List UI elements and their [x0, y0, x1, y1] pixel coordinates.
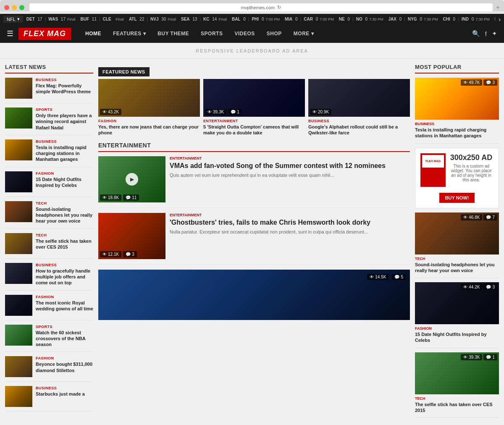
sidebar-cat-3: FASHION — [36, 171, 93, 176]
score-10: DEN 0|HOU 08:00 — [495, 17, 496, 21]
featured-news-label: FEATURED NEWS — [98, 67, 150, 76]
ent-article-img-0[interactable]: 👁 18.8K 💬 11 ▶ — [98, 156, 165, 202]
ticker-next-icon[interactable]: › — [499, 16, 501, 23]
popular-stats-0: 👁 49.7K 💬 3 — [461, 79, 497, 86]
ent-views-1: 👁 12.1K — [100, 251, 121, 257]
minimize-button[interactable] — [12, 5, 17, 10]
list-item[interactable]: SPORTS Watch the 60 sickest crossovers o… — [5, 325, 93, 352]
page-wrapper: LATEST NEWS BUSINESS Flex Mag: Powerfull… — [0, 59, 504, 425]
list-item[interactable]: BUSINESS Starbucks just made a — [5, 386, 93, 412]
popular-stats-2: 👁 44.2K 💬 3 — [461, 284, 497, 290]
featured-card-cat-1: ENTERTAINMENT — [203, 119, 305, 123]
latest-news-title: LATEST NEWS — [5, 64, 93, 73]
sidebar-thumb-5 — [5, 233, 32, 254]
hamburger-menu-icon[interactable]: ☰ — [7, 29, 13, 38]
sidebar-thumb-9 — [5, 356, 32, 377]
list-item[interactable]: TECH The selfie stick has taken over CES… — [5, 233, 93, 259]
ad-buy-button[interactable]: BUY NOW! — [439, 193, 475, 203]
sidebar-cat-10: BUSINESS — [36, 386, 93, 390]
nav-link-buytheme[interactable]: BUY THEME — [152, 24, 195, 43]
ad-widget-inner: FLEX MAG 300x250 AD This is a custom ad … — [420, 153, 494, 187]
popular-views-2: 👁 44.2K — [461, 284, 482, 290]
featured-card-2[interactable]: 👁 20.9K BUSINESS Google's Alphabet rollo… — [308, 79, 410, 136]
list-item[interactable]: FASHION Beyonce bought $311,000 diamond … — [5, 356, 93, 382]
bottom-hero-views: 👁 14.5K — [367, 274, 388, 280]
nav-link-shop[interactable]: SHOP — [261, 24, 288, 43]
ent-article-title-0[interactable]: VMAs add fan-voted Song of the Summer co… — [170, 162, 410, 170]
ad-banner-text: RESPONSIVE LEADERBOARD AD AREA — [196, 48, 308, 53]
ent-views-0: 👁 18.8K — [100, 194, 121, 201]
nav-link-sports[interactable]: SPORTS — [195, 24, 228, 43]
sidebar-thumb-4 — [5, 201, 32, 222]
address-bar[interactable]: mvpthemes.com ↻ — [29, 3, 493, 11]
maximize-button[interactable] — [19, 5, 24, 10]
sidebar-title-8: Watch the 60 sickest crossovers of the N… — [36, 330, 93, 348]
search-icon[interactable]: 🔍 — [472, 30, 480, 37]
nav-link-features[interactable]: FEATURES ▾ — [107, 24, 152, 43]
nav-link-videos[interactable]: VIDEOS — [228, 24, 260, 43]
popular-cat-3: TECH — [415, 396, 499, 401]
popular-comments-1: 💬 7 — [483, 214, 497, 220]
featured-card-1[interactable]: 👁 39.3K 💬 1 ENTERTAINMENT 5 'Straight Ou… — [203, 79, 305, 136]
ent-article-stats-0: 👁 18.8K 💬 11 — [100, 194, 139, 201]
nav-link-home[interactable]: HOME — [79, 24, 107, 43]
nav-link-more[interactable]: MORE ▾ — [288, 24, 320, 43]
list-item[interactable]: SPORTS Only three players have a winning… — [5, 108, 93, 135]
sidebar-cat-5: TECH — [36, 233, 93, 237]
popular-views-0: 👁 49.7K — [461, 79, 482, 86]
sidebar-thumb-3 — [5, 171, 32, 192]
featured-card-cat-0: FASHION — [98, 119, 200, 123]
list-item[interactable]: FASHION The most iconic Royal wedding go… — [5, 295, 93, 320]
ent-play-icon-0[interactable]: ▶ — [126, 173, 138, 186]
sidebar-title-1: Only three players have a winning record… — [36, 113, 93, 131]
sidebar-thumb-8 — [5, 325, 32, 346]
popular-stats-1: 👁 46.8K 💬 7 — [461, 214, 497, 220]
popular-item-3[interactable]: 👁 39.3K 💬 1 TECH The selfie stick has ta… — [415, 352, 499, 418]
score-1: DET 17|WAS 17Final — [26, 17, 76, 21]
featured-news-section: FEATURED NEWS 👁 43.2K FASHION Yes, there… — [98, 67, 410, 136]
entertainment-section: ENTERTAINMENT 👁 18.8K 💬 11 ▶ ENTERTAINME… — [98, 142, 410, 320]
sidebar-title-2: Tesla is installing rapid charging stati… — [36, 144, 93, 163]
ent-article-title-1[interactable]: 'Ghostbusters' tries, fails to make Chri… — [170, 218, 410, 226]
reload-icon[interactable]: ↻ — [277, 5, 281, 10]
nav-links: HOME FEATURES ▾ BUY THEME SPORTS VIDEOS … — [79, 24, 472, 43]
popular-item-2[interactable]: 👁 44.2K 💬 3 FASHION 15 Date Night Outfit… — [415, 282, 499, 348]
list-item[interactable]: BUSINESS How to gracefully handle multip… — [5, 263, 93, 291]
sidebar-thumb-6 — [5, 263, 32, 284]
list-item[interactable]: BUSINESS Tesla is installing rapid charg… — [5, 139, 93, 167]
bottom-hero[interactable]: 👁 14.5K 💬 5 — [98, 270, 410, 320]
featured-card-0[interactable]: 👁 43.2K FASHION Yes, there are now jeans… — [98, 79, 200, 136]
list-item[interactable]: BUSINESS Flex Mag: Powerfully simple Wor… — [5, 78, 93, 103]
site-url: mvpthemes.com — [241, 5, 275, 10]
popular-cat-2: FASHION — [415, 326, 499, 331]
nav-icons: 🔍 f ✦ — [472, 30, 497, 37]
featured-views-1: 👁 39.3K — [205, 109, 226, 115]
featured-card-img-1: 👁 39.3K 💬 1 — [203, 79, 305, 117]
sidebar-item-info-4: TECH Sound-isolating headphones let you … — [36, 201, 93, 224]
facebook-icon[interactable]: f — [485, 30, 487, 37]
site-logo[interactable]: FLEX MAG — [18, 28, 71, 40]
bottom-hero-comments: 💬 5 — [392, 274, 406, 280]
ent-article-img-1[interactable]: 👁 12.1K 💬 3 — [98, 213, 165, 259]
sidebar-item-info-9: FASHION Beyonce bought $311,000 diamond … — [36, 356, 93, 373]
featured-card-stats-1: 👁 39.3K 💬 1 — [205, 109, 242, 115]
ticker-dropdown-icon[interactable]: ▾ — [17, 16, 20, 22]
featured-comments-1: 💬 1 — [228, 109, 242, 115]
ent-article-info-0: ENTERTAINMENT VMAs add fan-voted Song of… — [170, 156, 410, 179]
list-item[interactable]: FASHION 15 Date Night Outfits Inspired b… — [5, 171, 93, 197]
sidebar-title-5: The selfie stick has taken over CES 2015 — [36, 238, 93, 250]
list-item[interactable]: TECH Sound-isolating headphones let you … — [5, 201, 93, 229]
close-button[interactable] — [4, 5, 9, 10]
twitter-icon[interactable]: ✦ — [492, 30, 497, 37]
popular-item-1[interactable]: 👁 46.8K 💬 7 TECH Sound-isolating headpho… — [415, 212, 499, 278]
sidebar-cat-0: BUSINESS — [36, 78, 93, 82]
most-popular-title: MOST POPULAR — [415, 64, 499, 73]
new-tab-button[interactable]: + — [496, 4, 500, 11]
ticker-scores: DET 17|WAS 17Final BUF 11|CLE Final ATL … — [26, 17, 496, 21]
popular-title-0: Tesla is installing rapid charging stati… — [415, 127, 499, 139]
popular-item-0[interactable]: 👁 49.7K 💬 3 BUSINESS Tesla is installing… — [415, 78, 499, 144]
main-nav: ☰ FLEX MAG HOME FEATURES ▾ BUY THEME SPO… — [0, 24, 504, 43]
ticker-league[interactable]: NFL ▾ — [3, 16, 23, 23]
sidebar-item-info-6: BUSINESS How to gracefully handle multip… — [36, 263, 93, 286]
popular-comments-2: 💬 3 — [483, 284, 497, 290]
